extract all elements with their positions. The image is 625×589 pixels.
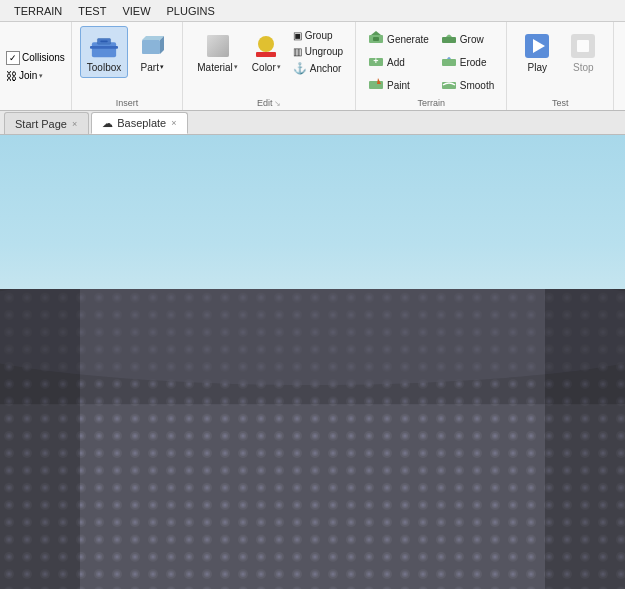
join-icon: ⛓ xyxy=(6,70,17,82)
svg-rect-34 xyxy=(0,289,625,404)
terrain-label: Terrain xyxy=(364,96,498,108)
menu-plugins[interactable]: PLUGINS xyxy=(159,3,223,19)
svg-rect-23 xyxy=(577,40,589,52)
menu-test[interactable]: TEST xyxy=(70,3,114,19)
part-button[interactable]: Part▾ xyxy=(130,26,174,78)
viewport[interactable] xyxy=(0,135,625,589)
svg-marker-12 xyxy=(371,31,381,35)
part-dropdown-icon-inner: ▾ xyxy=(160,63,164,71)
toolbox-label: Toolbox xyxy=(87,62,121,73)
svg-rect-2 xyxy=(90,46,118,49)
svg-rect-16 xyxy=(369,81,383,89)
ungroup-button[interactable]: ▥ Ungroup xyxy=(289,44,347,59)
ribbon-section-model: ✓ Collisions ⛓ Join ▾ xyxy=(0,22,72,110)
ribbon-section-test: Play Stop Test xyxy=(507,22,614,110)
ribbon-section-edit: Material ▾ Color ▾ xyxy=(183,22,356,110)
svg-rect-4 xyxy=(142,40,160,54)
tab-baseplate-close[interactable]: × xyxy=(170,118,177,128)
group-label: Group xyxy=(305,30,333,41)
part-icon xyxy=(138,32,166,60)
start-page-label: Start Page xyxy=(15,118,67,130)
collisions-button[interactable]: ✓ Collisions xyxy=(4,50,67,66)
tab-baseplate[interactable]: ☁ Baseplate × xyxy=(91,112,188,134)
svg-rect-10 xyxy=(256,52,276,57)
grow-icon xyxy=(441,30,457,48)
stop-button[interactable]: Stop xyxy=(561,26,605,78)
erode-icon xyxy=(441,53,457,71)
toolbox-button[interactable]: Toolbox xyxy=(80,26,128,78)
color-button[interactable]: Color ▾ xyxy=(246,26,287,78)
svg-rect-18 xyxy=(442,59,456,66)
tab-start-page[interactable]: Start Page × xyxy=(4,112,89,134)
menu-view[interactable]: VIEW xyxy=(114,3,158,19)
smooth-button[interactable]: Smooth xyxy=(437,74,498,96)
insert-label: Insert xyxy=(80,96,174,108)
add-label: Add xyxy=(387,57,405,68)
svg-point-9 xyxy=(258,36,274,52)
tab-start-page-close[interactable]: × xyxy=(71,119,78,129)
play-icon xyxy=(523,32,551,60)
menubar: TERRAIN TEST VIEW PLUGINS xyxy=(0,0,625,22)
color-label: Color ▾ xyxy=(252,62,281,73)
join-button[interactable]: ⛓ Join ▾ xyxy=(4,69,67,83)
play-label: Play xyxy=(528,62,547,73)
smooth-label: Smooth xyxy=(460,80,494,91)
paint-label: Paint xyxy=(387,80,410,91)
baseplate-label: Baseplate xyxy=(117,117,166,129)
ribbon-section-insert: Toolbox Part▾ Insert xyxy=(72,22,183,110)
anchor-button[interactable]: ⚓ Anchor xyxy=(289,60,347,77)
svg-rect-13 xyxy=(373,37,379,41)
collisions-check-icon: ✓ xyxy=(6,51,20,65)
baseplate-cloud-icon: ☁ xyxy=(102,117,113,130)
svg-rect-17 xyxy=(442,37,456,43)
erode-button[interactable]: Erode xyxy=(437,51,498,73)
material-button[interactable]: Material ▾ xyxy=(191,26,244,78)
tabs-bar: Start Page × ☁ Baseplate × xyxy=(0,111,625,135)
ungroup-label: Ungroup xyxy=(305,46,343,57)
color-icon xyxy=(252,32,280,60)
color-dropdown-icon: ▾ xyxy=(277,63,281,71)
smooth-icon xyxy=(441,76,457,94)
paint-icon xyxy=(368,76,384,94)
edit-expand-icon[interactable]: ↘ xyxy=(274,99,281,108)
ungroup-icon: ▥ xyxy=(293,46,302,57)
join-label: Join xyxy=(19,70,37,81)
group-icon: ▣ xyxy=(293,30,302,41)
paint-button[interactable]: Paint xyxy=(364,74,433,96)
toolbox-icon xyxy=(90,32,118,60)
collisions-label: Collisions xyxy=(22,52,65,63)
svg-rect-0 xyxy=(92,42,116,57)
part-label: Part▾ xyxy=(141,62,164,73)
anchor-icon: ⚓ xyxy=(293,62,307,75)
material-label: Material ▾ xyxy=(197,62,238,73)
play-button[interactable]: Play xyxy=(515,26,559,78)
test-label: Test xyxy=(515,96,605,108)
generate-label: Generate xyxy=(387,34,429,45)
add-icon: + xyxy=(368,53,384,71)
grow-label: Grow xyxy=(460,34,484,45)
erode-label: Erode xyxy=(460,57,487,68)
material-dropdown-icon: ▾ xyxy=(234,63,238,71)
generate-button[interactable]: Generate xyxy=(364,28,433,50)
ground xyxy=(0,289,625,589)
join-dropdown-icon: ▾ xyxy=(39,72,43,80)
add-button[interactable]: + Add xyxy=(364,51,433,73)
grow-button[interactable]: Grow xyxy=(437,28,498,50)
stop-label: Stop xyxy=(573,62,594,73)
ribbon: ✓ Collisions ⛓ Join ▾ xyxy=(0,22,625,111)
svg-rect-3 xyxy=(100,40,107,42)
generate-icon xyxy=(368,30,384,48)
ribbon-section-terrain: Generate + Add xyxy=(356,22,507,110)
svg-text:+: + xyxy=(373,56,378,66)
svg-rect-8 xyxy=(207,35,229,57)
material-icon xyxy=(204,32,232,60)
edit-label: Edit ↘ xyxy=(191,96,347,108)
stop-icon xyxy=(569,32,597,60)
model-section-label xyxy=(4,106,67,108)
anchor-label: Anchor xyxy=(310,63,342,74)
group-button[interactable]: ▣ Group xyxy=(289,28,347,43)
menu-terrain[interactable]: TERRAIN xyxy=(6,3,70,19)
